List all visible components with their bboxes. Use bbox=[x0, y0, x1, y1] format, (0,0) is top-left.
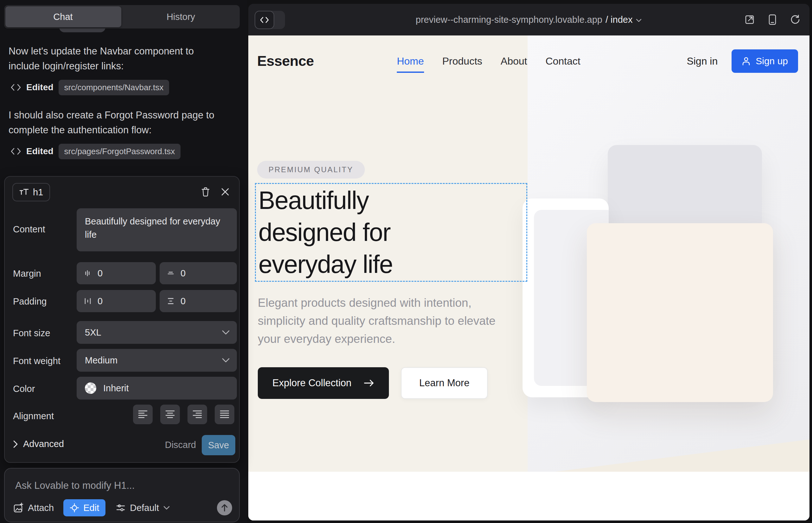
tab-chat[interactable]: Chat bbox=[4, 5, 122, 29]
hero-decor-card-cream bbox=[587, 223, 773, 402]
margin-y-input[interactable]: 0 bbox=[160, 262, 237, 284]
close-icon[interactable] bbox=[218, 185, 232, 199]
align-right-button[interactable] bbox=[188, 404, 207, 424]
element-tag-name: h1 bbox=[33, 187, 43, 198]
padding-y-input[interactable]: 0 bbox=[160, 290, 237, 312]
margin-vertical-icon bbox=[166, 269, 175, 277]
edited-label: Edited bbox=[26, 82, 54, 92]
content-label: Content bbox=[13, 224, 45, 235]
preview-browser-frame: preview--charming-site-symphony.lovable.… bbox=[248, 4, 810, 521]
chevron-down-icon bbox=[222, 330, 230, 335]
align-justify-button[interactable] bbox=[215, 404, 234, 424]
premium-quality-badge: PREMIUM QUALITY bbox=[257, 161, 365, 179]
url-bar[interactable]: preview--charming-site-symphony.lovable.… bbox=[248, 4, 810, 35]
code-icon bbox=[11, 147, 21, 155]
hero-subtext: Elegant products designed with intention… bbox=[258, 294, 508, 348]
person-icon bbox=[742, 56, 751, 66]
advanced-toggle[interactable]: Advanced bbox=[13, 439, 64, 449]
sliders-icon bbox=[116, 503, 126, 513]
url-host: preview--charming-site-symphony.lovable.… bbox=[416, 15, 602, 25]
site-navbar: Essence Home Products About Contact Sign… bbox=[257, 49, 798, 73]
chat-composer[interactable]: Ask Lovable to modify H1... Attach Edit bbox=[4, 468, 240, 522]
margin-y-value: 0 bbox=[180, 268, 186, 278]
nav-link-home[interactable]: Home bbox=[397, 55, 424, 73]
tab-history[interactable]: History bbox=[122, 5, 240, 29]
composer-placeholder[interactable]: Ask Lovable to modify H1... bbox=[15, 480, 135, 491]
learn-more-button[interactable]: Learn More bbox=[401, 367, 488, 399]
font-size-select[interactable]: 5XL bbox=[77, 321, 237, 344]
nav-link-products[interactable]: Products bbox=[442, 55, 482, 67]
refresh-icon[interactable] bbox=[790, 14, 800, 25]
chevron-down-icon bbox=[636, 18, 642, 22]
align-center-button[interactable] bbox=[160, 404, 180, 424]
app-window: Chat History Now let's update the Navbar… bbox=[0, 0, 812, 523]
padding-x-input[interactable]: 0 bbox=[77, 290, 156, 312]
font-weight-select[interactable]: Medium bbox=[77, 349, 237, 372]
attach-label: Attach bbox=[28, 503, 54, 513]
send-button[interactable] bbox=[217, 500, 232, 516]
color-select[interactable]: Inherit bbox=[77, 377, 237, 399]
browser-toolbar: preview--charming-site-symphony.lovable.… bbox=[248, 4, 810, 35]
edit-mode-button[interactable]: Edit bbox=[63, 499, 105, 516]
h1-selection-outline[interactable] bbox=[255, 183, 527, 282]
sign-up-button[interactable]: Sign up bbox=[731, 49, 798, 73]
nav-links: Home Products About Contact bbox=[397, 55, 581, 67]
edited-file-row[interactable]: Edited src/components/Navbar.tsx bbox=[11, 79, 169, 96]
arrow-right-icon bbox=[364, 379, 374, 387]
padding-label: Padding bbox=[13, 296, 47, 307]
advanced-label: Advanced bbox=[23, 439, 64, 449]
content-input[interactable]: Beautifully designed for everyday life bbox=[77, 208, 237, 251]
site-viewport: Essence Home Products About Contact Sign… bbox=[248, 35, 810, 521]
nav-link-about[interactable]: About bbox=[501, 55, 527, 67]
mobile-view-icon[interactable] bbox=[768, 14, 777, 25]
file-chip[interactable]: src/components/Navbar.tsx bbox=[58, 80, 170, 95]
nav-link-contact[interactable]: Contact bbox=[545, 55, 580, 67]
delete-element-button[interactable] bbox=[198, 185, 212, 199]
sign-up-label: Sign up bbox=[756, 56, 788, 67]
chat-message: Now let's update the Navbar component to… bbox=[8, 44, 227, 73]
url-path: / index bbox=[605, 15, 632, 25]
edited-label: Edited bbox=[26, 146, 54, 157]
chevron-down-icon bbox=[163, 506, 170, 510]
element-editor-panel: h1 Content Beautifully designed for ever… bbox=[4, 176, 240, 463]
attach-button[interactable]: Attach bbox=[13, 502, 54, 513]
color-value: Inherit bbox=[103, 383, 129, 394]
next-section-background bbox=[248, 472, 810, 521]
chat-sidebar: Chat History Now let's update the Navbar… bbox=[0, 0, 247, 523]
alignment-label: Alignment bbox=[13, 411, 54, 421]
file-chip[interactable]: src/pages/ForgotPassword.tsx bbox=[58, 144, 181, 159]
sidebar-tabbar: Chat History bbox=[4, 5, 240, 29]
align-left-button[interactable] bbox=[133, 404, 153, 424]
chevron-right-icon bbox=[13, 440, 18, 448]
padding-horizontal-icon bbox=[84, 297, 92, 305]
type-icon bbox=[19, 188, 29, 196]
margin-horizontal-icon bbox=[84, 269, 92, 277]
edited-file-row[interactable]: Edited src/pages/ForgotPassword.tsx bbox=[11, 143, 180, 160]
padding-vertical-icon bbox=[166, 297, 175, 305]
font-weight-value: Medium bbox=[85, 355, 118, 366]
margin-x-value: 0 bbox=[98, 268, 103, 278]
save-button[interactable]: Save bbox=[202, 435, 235, 455]
font-size-label: Font size bbox=[13, 328, 50, 339]
element-tag-pill[interactable]: h1 bbox=[12, 183, 50, 201]
margin-x-input[interactable]: 0 bbox=[77, 262, 156, 284]
hero-cta-row: Explore Collection Learn More bbox=[258, 367, 488, 399]
attach-image-icon bbox=[13, 502, 24, 513]
cta-secondary-label: Learn More bbox=[419, 377, 470, 389]
site-logo[interactable]: Essence bbox=[257, 53, 314, 69]
edit-label: Edit bbox=[83, 503, 99, 513]
sign-in-link[interactable]: Sign in bbox=[687, 55, 718, 67]
open-external-icon[interactable] bbox=[744, 14, 755, 25]
target-icon bbox=[70, 503, 79, 512]
font-size-value: 5XL bbox=[85, 327, 101, 338]
cta-primary-label: Explore Collection bbox=[272, 377, 352, 389]
padding-y-value: 0 bbox=[180, 296, 186, 306]
padding-x-value: 0 bbox=[98, 296, 103, 306]
color-swatch bbox=[85, 382, 96, 394]
chat-message: I should also create a Forgot Password p… bbox=[8, 108, 227, 138]
chevron-down-icon bbox=[222, 358, 230, 363]
mode-select[interactable]: Default bbox=[116, 503, 170, 513]
discard-button[interactable]: Discard bbox=[165, 435, 196, 455]
mode-label: Default bbox=[130, 503, 159, 513]
explore-collection-button[interactable]: Explore Collection bbox=[258, 367, 389, 399]
